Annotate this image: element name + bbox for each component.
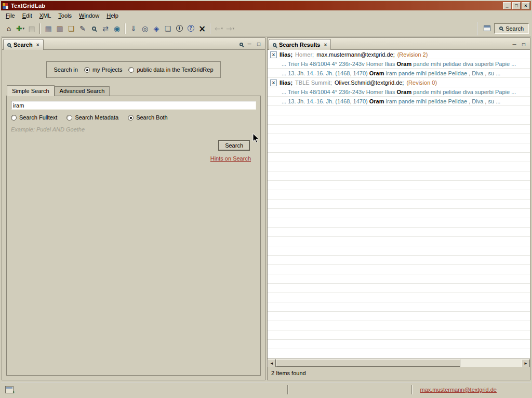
window-title: TextGridLab xyxy=(11,3,45,9)
search-icon xyxy=(499,26,503,30)
maximize-button[interactable]: □ xyxy=(512,2,521,9)
toolbar-separator xyxy=(210,23,211,34)
menu-help[interactable]: Help xyxy=(103,11,122,20)
home-button[interactable]: ⌂ xyxy=(3,23,15,34)
web-publish-icon: ◉ xyxy=(114,25,120,32)
result-title: Ilias; xyxy=(280,78,292,87)
result-snippet-row[interactable]: ... Trier Hs 48/1004 4° 236r-243v Homer … xyxy=(268,59,530,69)
result-owner: Oliver.Schmid@textgrid.de; xyxy=(335,78,404,87)
minimize-view-button[interactable]: ─ xyxy=(511,42,517,47)
menu-window[interactable]: Window xyxy=(75,11,103,20)
menu-xml[interactable]: XML xyxy=(36,11,55,20)
scrollbar-track[interactable] xyxy=(460,359,522,367)
object-icon xyxy=(270,51,277,58)
search-tool-button[interactable] xyxy=(88,23,100,34)
aggregation-button[interactable]: ◈ xyxy=(151,23,162,34)
info-icon: i xyxy=(176,25,183,32)
scroll-left-button[interactable]: ◄ xyxy=(268,359,276,367)
search-tabs: Simple Search Advanced Search xyxy=(6,85,261,96)
save-button[interactable]: ▤ xyxy=(26,23,37,34)
table-view-button[interactable]: ▦ xyxy=(43,23,54,34)
view-menu-button[interactable] xyxy=(240,41,243,47)
table-view-icon: ▦ xyxy=(45,25,51,32)
radio-search-fulltext[interactable]: Search Fulltext xyxy=(11,114,57,121)
tab-simple-search[interactable]: Simple Search xyxy=(7,85,55,96)
menu-file[interactable]: File xyxy=(2,11,19,20)
snippet-match: Oram xyxy=(396,89,411,95)
perspective-switcher-button[interactable] xyxy=(481,23,493,34)
dropdown-arrow-icon: ▾ xyxy=(233,26,235,31)
close-icon[interactable]: × xyxy=(36,42,39,48)
radio-my-projects-label: my Projects xyxy=(92,67,122,73)
new-object-icon: ✚ xyxy=(16,25,22,32)
fast-view-button[interactable] xyxy=(5,386,14,393)
radio-search-both[interactable]: Search Both xyxy=(128,114,168,121)
user-account-link[interactable]: max.mustermann@textgrid.de xyxy=(420,387,497,393)
tab-search[interactable]: Search × xyxy=(3,39,44,50)
result-snippet-row[interactable]: ... 13. Jh. 14.-16. Jh. (1468, 1470) Ora… xyxy=(268,69,530,78)
menu-edit[interactable]: Edit xyxy=(19,11,36,20)
radio-public-data[interactable]: public data in the TextGridRep xyxy=(128,67,213,73)
search-icon xyxy=(92,26,96,31)
snippet-match: Oram xyxy=(369,70,384,76)
radio-checked-icon xyxy=(84,67,90,73)
search-scope-group: Search in my Projects public data in the… xyxy=(46,61,220,78)
dictionary-icon: ▥ xyxy=(56,25,63,32)
hints-on-search-link[interactable]: Hints on Search xyxy=(210,155,251,162)
radio-public-data-label: public data in the TextGridRep xyxy=(137,67,213,73)
radio-search-metadata-label: Search Metadata xyxy=(75,114,118,121)
import-export-button[interactable]: ⇄ xyxy=(100,23,111,34)
search-in-label: Search in xyxy=(54,67,77,73)
radio-my-projects[interactable]: my Projects xyxy=(84,67,122,73)
back-button[interactable]: ←▾ xyxy=(213,23,224,34)
navigator-icon: ❏ xyxy=(68,25,75,32)
search-mode-group: Search Fulltext Search Metadata Search B… xyxy=(11,114,256,121)
search-results-view: Search Results × ─ □ Ilias; Homer; max.m… xyxy=(267,37,530,380)
close-button[interactable]: × xyxy=(522,2,530,9)
scroll-right-button[interactable]: ► xyxy=(522,359,530,367)
home-icon: ⌂ xyxy=(7,25,11,32)
forward-button[interactable]: →▾ xyxy=(224,23,236,34)
object-icon xyxy=(270,79,277,86)
menu-tools[interactable]: Tools xyxy=(55,11,75,20)
copy-object-icon: ❏ xyxy=(165,25,171,32)
dictionary-button[interactable]: ▥ xyxy=(54,23,65,34)
import-export-icon: ⇄ xyxy=(102,25,109,32)
horizontal-scrollbar[interactable]: ◄ ► xyxy=(268,359,530,367)
snippet-pre: ... 13. Jh. 14.-16. Jh. (1468, 1470) xyxy=(282,70,369,76)
delete-button[interactable]: × xyxy=(196,23,208,34)
perspective-search-button[interactable]: Search xyxy=(494,23,529,34)
perspective-icon xyxy=(484,25,490,31)
scrollbar-thumb[interactable] xyxy=(276,359,460,367)
radio-search-metadata[interactable]: Search Metadata xyxy=(66,114,118,121)
result-item-row[interactable]: Ilias; TBLE Summit; Oliver.Schmid@textgr… xyxy=(268,78,530,87)
tab-search-results[interactable]: Search Results × xyxy=(269,39,331,50)
simple-search-pane: Search Fulltext Search Metadata Search B… xyxy=(6,96,261,376)
new-object-button[interactable]: ✚▾ xyxy=(15,23,26,34)
save-icon: ▤ xyxy=(28,25,35,32)
snippet-pre: ... 13. Jh. 14.-16. Jh. (1468, 1470) xyxy=(282,98,369,104)
search-button[interactable]: Search xyxy=(218,140,250,151)
hints-row: Hints on Search xyxy=(11,155,256,162)
info-button[interactable]: i xyxy=(174,23,185,34)
copy-object-button[interactable]: ❏ xyxy=(162,23,174,34)
import-button[interactable]: ⇓ xyxy=(128,23,139,34)
minimize-button[interactable]: _ xyxy=(503,2,511,9)
result-snippet-row[interactable]: ... Trier Hs 48/1004 4° 236r-243v Homer … xyxy=(268,87,530,97)
radio-icon xyxy=(11,115,17,121)
tab-advanced-search[interactable]: Advanced Search xyxy=(55,86,110,96)
search-query-input[interactable] xyxy=(11,101,256,110)
result-item-row[interactable]: Ilias; Homer; max.mustermann@textgrid.de… xyxy=(268,50,530,59)
preview-button[interactable]: ◎ xyxy=(139,23,151,34)
web-publish-button[interactable]: ◉ xyxy=(111,23,123,34)
maximize-view-button[interactable]: □ xyxy=(521,42,527,47)
snippet-match: Oram xyxy=(396,61,411,67)
close-icon[interactable]: × xyxy=(324,42,327,48)
minimize-view-button[interactable]: ─ xyxy=(246,42,252,47)
toolbar-separator xyxy=(39,23,41,34)
help-button[interactable]: ? xyxy=(185,23,196,34)
result-snippet-row[interactable]: ... 13. Jh. 14.-16. Jh. (1468, 1470) Ora… xyxy=(268,97,530,106)
maximize-view-button[interactable]: □ xyxy=(256,42,262,47)
metadata-editor-button[interactable]: ✎ xyxy=(77,23,88,34)
navigator-button[interactable]: ❏ xyxy=(65,23,77,34)
